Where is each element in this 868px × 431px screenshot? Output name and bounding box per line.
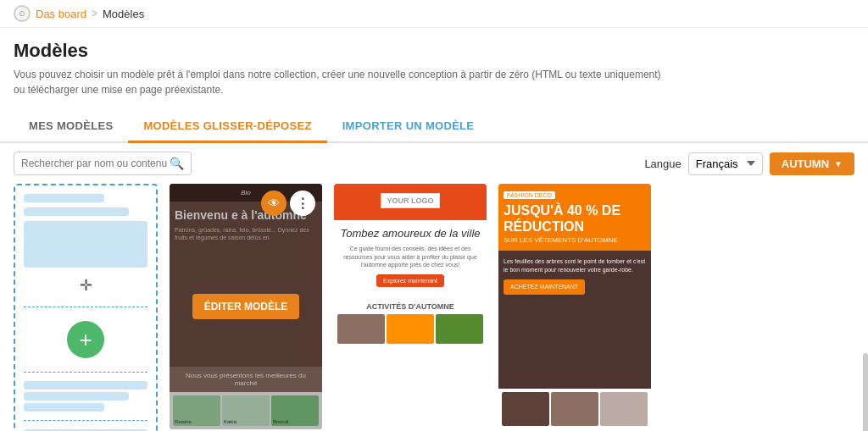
- rabais-img-row: [498, 389, 651, 429]
- page-header: Modèles Vous pouvez choisir un modèle pr…: [0, 28, 868, 102]
- add-template-button[interactable]: +: [67, 321, 104, 358]
- lang-select[interactable]: Français English Español Deutsch: [688, 152, 763, 175]
- events-desc: Ce guide fourni des conseils, des idées …: [339, 245, 481, 269]
- section-divider: [24, 372, 147, 373]
- events-body: Tombez amoureux de la ville Ce guide fou…: [334, 220, 487, 299]
- section-divider: [24, 307, 147, 307]
- main-content: ✛ +: [0, 184, 868, 431]
- events-img-row: [334, 314, 487, 344]
- rabais-cta-btn: ACHETEZ MAINTENANT: [504, 279, 585, 295]
- more-options-icon[interactable]: ⋮: [290, 191, 315, 216]
- breadcrumb-current: Modèles: [103, 8, 144, 20]
- templates-grid: ✛ +: [0, 184, 868, 431]
- breadcrumb-bar: ⊙ Das board > Modèles: [0, 0, 868, 28]
- placeholder-lines: [24, 381, 147, 412]
- events-cta-btn: Explorez maintenant: [376, 274, 444, 287]
- tab-glisser-deposez[interactable]: MODÈLES GLISSER-DÉPOSEZ: [128, 111, 326, 143]
- placeholder-line: [24, 207, 129, 216]
- template-overlay-bio: ÉDITER MODÈLE: [170, 184, 322, 429]
- events-img-3: [436, 314, 483, 344]
- events-logo: YOUR LOGO: [381, 193, 439, 208]
- rabais-subtitle: SUR LES VÊTEMENTS D'AUTOMNE: [504, 236, 646, 244]
- rabais-img-1: [502, 392, 549, 426]
- breadcrumb-home-link[interactable]: Das board: [36, 8, 86, 20]
- season-button[interactable]: AUTUMN ▼: [770, 152, 854, 175]
- placeholder-line: [24, 381, 147, 390]
- scrollbar[interactable]: [863, 353, 868, 431]
- events-template-preview: YOUR LOGO Tombez amoureux de la ville Ce…: [334, 184, 487, 429]
- rabais-header: FASHION DECO JUSQU'À 40 % DE RÉDUCTION S…: [498, 184, 651, 251]
- search-wrapper[interactable]: 🔍: [14, 152, 192, 175]
- lang-label: Langue: [644, 157, 681, 170]
- events-header: YOUR LOGO: [334, 184, 487, 220]
- move-icon: ✛: [24, 276, 147, 295]
- template-card-events[interactable]: YOUR LOGO Tombez amoureux de la ville Ce…: [334, 184, 487, 431]
- section-divider: [24, 420, 147, 421]
- rabais-template-preview: FASHION DECO JUSQU'À 40 % DE RÉDUCTION S…: [498, 184, 651, 429]
- preview-icon[interactable]: 👁: [261, 191, 287, 216]
- rabais-img-2: [551, 392, 598, 426]
- card-action-icons: 👁 ⋮: [261, 191, 315, 216]
- arrow-indicator: [229, 184, 253, 186]
- page-subtitle: Vous pouvez choisir un modèle prêt à l'e…: [14, 67, 675, 97]
- edit-template-button[interactable]: ÉDITER MODÈLE: [192, 294, 300, 319]
- events-img-1: [337, 314, 385, 344]
- placeholder-line: [24, 194, 104, 202]
- template-thumbnail-events: YOUR LOGO Tombez amoureux de la ville Ce…: [334, 184, 487, 429]
- placeholder-block: [24, 221, 147, 268]
- events-section-title: ACTIVITÉS D'AUTOMNE: [334, 302, 487, 311]
- breadcrumb-logo-icon: ⊙: [14, 5, 31, 22]
- rabais-title: JUSQU'À 40 % DE RÉDUCTION: [504, 202, 646, 235]
- rabais-logo: FASHION DECO: [504, 191, 555, 199]
- season-caret-icon: ▼: [834, 159, 843, 169]
- template-thumbnail-bio: Bio Bienvenu e à l'automne Patrons, grüa…: [170, 184, 322, 429]
- template-card-bio[interactable]: Bio Bienvenu e à l'automne Patrons, grüa…: [170, 184, 322, 431]
- new-template-card[interactable]: ✛ +: [14, 184, 158, 431]
- search-icon[interactable]: 🔍: [170, 157, 184, 170]
- language-section: Langue Français English Español Deutsch …: [644, 152, 854, 175]
- events-img-2: [387, 314, 434, 344]
- tab-importer[interactable]: IMPORTER UN MODÈLE: [327, 111, 490, 143]
- placeholder-line: [24, 403, 104, 412]
- rabais-body: Les feuilles des arbres sont le point de…: [498, 251, 651, 389]
- search-input[interactable]: [21, 157, 170, 169]
- template-card-rabais[interactable]: FASHION DECO JUSQU'À 40 % DE RÉDUCTION S…: [498, 184, 651, 431]
- rabais-img-3: [600, 392, 648, 426]
- tabs-bar: MES MODÈLES MODÈLES GLISSER-DÉPOSEZ IMPO…: [0, 111, 868, 143]
- placeholder-line: [24, 392, 129, 401]
- template-thumbnail-rabais: FASHION DECO JUSQU'À 40 % DE RÉDUCTION S…: [498, 184, 651, 429]
- page-title: Modèles: [14, 40, 854, 62]
- tab-mes-modeles[interactable]: MES MODÈLES: [14, 111, 128, 143]
- events-title: Tombez amoureux de la ville: [339, 227, 481, 241]
- toolbar-row: 🔍 Langue Français English Español Deutsc…: [0, 143, 868, 184]
- breadcrumb-separator: >: [92, 8, 97, 19]
